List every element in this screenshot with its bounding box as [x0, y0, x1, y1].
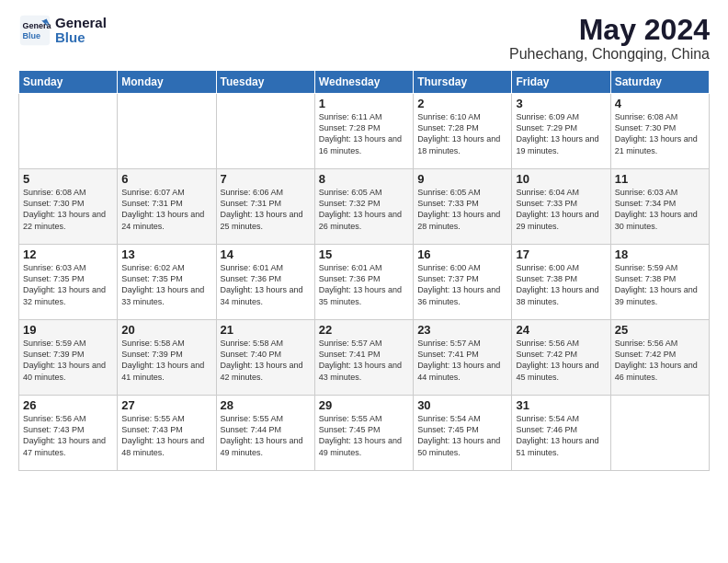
month-title: May 2024: [509, 14, 710, 46]
day-cell: 4Sunrise: 6:08 AMSunset: 7:30 PMDaylight…: [610, 94, 709, 169]
day-number: 13: [121, 247, 211, 261]
day-cell: 21Sunrise: 5:58 AMSunset: 7:40 PMDayligh…: [216, 320, 314, 396]
day-number: 20: [121, 323, 211, 337]
day-cell: [19, 94, 118, 169]
day-number: 25: [615, 323, 705, 337]
day-info: Sunrise: 6:03 AMSunset: 7:35 PMDaylight:…: [23, 262, 113, 307]
day-number: 30: [417, 398, 507, 412]
title-block: May 2024 Puhechang, Chongqing, China: [509, 14, 710, 63]
day-cell: 17Sunrise: 6:00 AMSunset: 7:38 PMDayligh…: [512, 245, 610, 320]
day-number: 18: [615, 247, 705, 261]
day-info: Sunrise: 5:54 AMSunset: 7:46 PMDaylight:…: [516, 413, 606, 458]
day-number: 17: [516, 247, 606, 261]
day-number: 22: [319, 323, 409, 337]
day-info: Sunrise: 6:08 AMSunset: 7:30 PMDaylight:…: [23, 187, 113, 232]
day-info: Sunrise: 6:06 AMSunset: 7:31 PMDaylight:…: [221, 187, 311, 232]
day-cell: 28Sunrise: 5:55 AMSunset: 7:44 PMDayligh…: [216, 396, 314, 471]
day-number: 12: [23, 247, 113, 261]
day-cell: 5Sunrise: 6:08 AMSunset: 7:30 PMDaylight…: [19, 169, 118, 245]
day-cell: 10Sunrise: 6:04 AMSunset: 7:33 PMDayligh…: [512, 169, 610, 245]
day-number: 29: [319, 398, 409, 412]
logo-text: General Blue: [55, 16, 107, 46]
day-info: Sunrise: 6:03 AMSunset: 7:34 PMDaylight:…: [615, 187, 705, 232]
day-cell: 20Sunrise: 5:58 AMSunset: 7:39 PMDayligh…: [118, 320, 216, 396]
svg-text:Blue: Blue: [23, 31, 41, 40]
day-cell: [216, 94, 314, 169]
day-cell: [610, 396, 709, 471]
day-number: 6: [121, 172, 211, 186]
weekday-header-row: Sunday Monday Tuesday Wednesday Thursday…: [19, 71, 710, 94]
day-number: 4: [615, 97, 705, 110]
day-info: Sunrise: 6:10 AMSunset: 7:28 PMDaylight:…: [417, 111, 507, 156]
day-cell: 31Sunrise: 5:54 AMSunset: 7:46 PMDayligh…: [512, 396, 610, 471]
location-title: Puhechang, Chongqing, China: [509, 46, 710, 63]
day-info: Sunrise: 6:01 AMSunset: 7:36 PMDaylight:…: [221, 262, 311, 307]
day-cell: 13Sunrise: 6:02 AMSunset: 7:35 PMDayligh…: [118, 245, 216, 320]
day-cell: 18Sunrise: 5:59 AMSunset: 7:38 PMDayligh…: [610, 245, 709, 320]
day-number: 27: [121, 398, 211, 412]
day-cell: 9Sunrise: 6:05 AMSunset: 7:33 PMDaylight…: [414, 169, 512, 245]
day-number: 28: [221, 398, 311, 412]
day-info: Sunrise: 5:59 AMSunset: 7:38 PMDaylight:…: [615, 262, 705, 307]
day-info: Sunrise: 6:00 AMSunset: 7:37 PMDaylight:…: [417, 262, 507, 307]
day-cell: 15Sunrise: 6:01 AMSunset: 7:36 PMDayligh…: [314, 245, 413, 320]
page-header: General Blue General Blue May 2024 Puhec…: [18, 14, 710, 63]
day-number: 19: [23, 323, 113, 337]
day-number: 10: [516, 172, 606, 186]
day-cell: 19Sunrise: 5:59 AMSunset: 7:39 PMDayligh…: [19, 320, 118, 396]
day-info: Sunrise: 5:54 AMSunset: 7:45 PMDaylight:…: [417, 413, 507, 458]
day-number: 24: [516, 323, 606, 337]
header-wednesday: Wednesday: [314, 71, 413, 94]
day-number: 26: [23, 398, 113, 412]
day-cell: [118, 94, 216, 169]
day-info: Sunrise: 6:09 AMSunset: 7:29 PMDaylight:…: [516, 111, 606, 156]
day-cell: 27Sunrise: 5:55 AMSunset: 7:43 PMDayligh…: [118, 396, 216, 471]
day-info: Sunrise: 5:58 AMSunset: 7:40 PMDaylight:…: [221, 338, 311, 383]
day-cell: 8Sunrise: 6:05 AMSunset: 7:32 PMDaylight…: [314, 169, 413, 245]
day-cell: 23Sunrise: 5:57 AMSunset: 7:41 PMDayligh…: [414, 320, 512, 396]
day-cell: 26Sunrise: 5:56 AMSunset: 7:43 PMDayligh…: [19, 396, 118, 471]
header-saturday: Saturday: [610, 71, 709, 94]
day-number: 21: [221, 323, 311, 337]
day-info: Sunrise: 6:01 AMSunset: 7:36 PMDaylight:…: [319, 262, 409, 307]
day-cell: 25Sunrise: 5:56 AMSunset: 7:42 PMDayligh…: [610, 320, 709, 396]
week-row-1: 1Sunrise: 6:11 AMSunset: 7:28 PMDaylight…: [19, 94, 710, 169]
day-info: Sunrise: 6:00 AMSunset: 7:38 PMDaylight:…: [516, 262, 606, 307]
week-row-2: 5Sunrise: 6:08 AMSunset: 7:30 PMDaylight…: [19, 169, 710, 245]
day-info: Sunrise: 5:57 AMSunset: 7:41 PMDaylight:…: [417, 338, 507, 383]
day-cell: 11Sunrise: 6:03 AMSunset: 7:34 PMDayligh…: [610, 169, 709, 245]
header-monday: Monday: [118, 71, 216, 94]
day-number: 2: [417, 97, 507, 110]
day-number: 14: [221, 247, 311, 261]
day-info: Sunrise: 6:05 AMSunset: 7:32 PMDaylight:…: [319, 187, 409, 232]
day-cell: 7Sunrise: 6:06 AMSunset: 7:31 PMDaylight…: [216, 169, 314, 245]
day-cell: 6Sunrise: 6:07 AMSunset: 7:31 PMDaylight…: [118, 169, 216, 245]
day-cell: 29Sunrise: 5:55 AMSunset: 7:45 PMDayligh…: [314, 396, 413, 471]
header-tuesday: Tuesday: [216, 71, 314, 94]
day-cell: 12Sunrise: 6:03 AMSunset: 7:35 PMDayligh…: [19, 245, 118, 320]
day-info: Sunrise: 6:11 AMSunset: 7:28 PMDaylight:…: [319, 111, 409, 156]
day-number: 7: [221, 172, 311, 186]
day-cell: 14Sunrise: 6:01 AMSunset: 7:36 PMDayligh…: [216, 245, 314, 320]
day-cell: 2Sunrise: 6:10 AMSunset: 7:28 PMDaylight…: [414, 94, 512, 169]
day-cell: 3Sunrise: 6:09 AMSunset: 7:29 PMDaylight…: [512, 94, 610, 169]
day-info: Sunrise: 5:55 AMSunset: 7:45 PMDaylight:…: [319, 413, 409, 458]
day-number: 3: [516, 97, 606, 110]
day-number: 1: [319, 97, 409, 110]
logo: General Blue General Blue: [18, 14, 107, 47]
day-number: 11: [615, 172, 705, 186]
day-cell: 30Sunrise: 5:54 AMSunset: 7:45 PMDayligh…: [414, 396, 512, 471]
day-number: 23: [417, 323, 507, 337]
calendar-page: General Blue General Blue May 2024 Puhec…: [0, 0, 728, 563]
week-row-4: 19Sunrise: 5:59 AMSunset: 7:39 PMDayligh…: [19, 320, 710, 396]
day-number: 16: [417, 247, 507, 261]
day-info: Sunrise: 5:55 AMSunset: 7:44 PMDaylight:…: [221, 413, 311, 458]
day-info: Sunrise: 5:56 AMSunset: 7:42 PMDaylight:…: [615, 338, 705, 383]
day-info: Sunrise: 6:07 AMSunset: 7:31 PMDaylight:…: [121, 187, 211, 232]
day-cell: 16Sunrise: 6:00 AMSunset: 7:37 PMDayligh…: [414, 245, 512, 320]
calendar-table: Sunday Monday Tuesday Wednesday Thursday…: [18, 70, 710, 471]
week-row-5: 26Sunrise: 5:56 AMSunset: 7:43 PMDayligh…: [19, 396, 710, 471]
day-number: 15: [319, 247, 409, 261]
header-friday: Friday: [512, 71, 610, 94]
day-number: 9: [417, 172, 507, 186]
